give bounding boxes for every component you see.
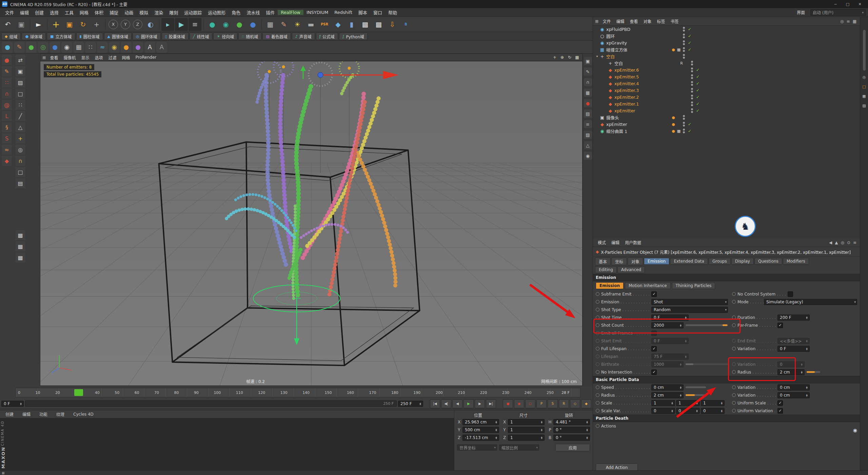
field-button[interactable]: ◆组域 xyxy=(1,33,21,40)
anim-dot[interactable] xyxy=(596,385,599,389)
object-row[interactable]: ◉ xpGravity ✓ xyxy=(593,39,860,46)
enable-check[interactable]: ✓ xyxy=(694,81,701,86)
size-z-field[interactable]: 1 xyxy=(508,435,545,441)
size-x-field[interactable]: 1 xyxy=(508,419,545,425)
sculpt-wave-icon[interactable]: ≈ xyxy=(2,145,12,155)
menu-icon[interactable]: ≡ xyxy=(853,240,856,245)
sculpt-brush-icon[interactable]: ✎ xyxy=(2,66,12,76)
menu-item[interactable]: 文件 xyxy=(2,9,17,16)
sculpt-hand-icon[interactable]: § xyxy=(2,122,12,132)
xp-grid-icon[interactable]: ▦ xyxy=(73,42,84,53)
record-scene-button[interactable]: ● xyxy=(503,399,513,408)
sculpt-sphere-icon[interactable]: ● xyxy=(2,55,12,65)
birthrate-field[interactable]: 1000 xyxy=(651,361,684,367)
play-button[interactable]: ▶ xyxy=(463,399,474,408)
key-pla-button[interactable]: ◆ xyxy=(581,399,591,408)
stepper[interactable] xyxy=(679,386,682,389)
attribute-tab[interactable]: Advanced xyxy=(617,266,645,273)
object-row[interactable]: ▦ 碰撞立方体 ● ▩ ✓ xyxy=(593,46,860,53)
stepper[interactable] xyxy=(671,402,674,404)
key-rotation-button[interactable]: R xyxy=(559,399,569,408)
menu-item[interactable]: Redshift xyxy=(331,10,355,15)
side-mirror-icon[interactable]: ▦ xyxy=(584,89,592,97)
array-icon[interactable]: ▦ xyxy=(264,18,277,31)
duration-field[interactable]: 200 F xyxy=(777,315,810,321)
anim-dot[interactable] xyxy=(732,292,736,296)
side-layers-icon[interactable]: ▤ xyxy=(584,110,592,118)
viewport-menu-item[interactable]: 网格 xyxy=(119,55,133,60)
start-emit-field[interactable]: 0 F xyxy=(651,338,689,344)
timeline-playhead[interactable] xyxy=(74,389,83,396)
model-mode-icon[interactable]: ▣ xyxy=(15,66,25,76)
object-name[interactable]: xpEmitter.1 xyxy=(613,101,679,107)
enable-check[interactable]: ✓ xyxy=(694,95,701,99)
stepper[interactable] xyxy=(679,363,682,366)
grid-icon[interactable]: ▦ xyxy=(861,93,867,99)
font-a-icon[interactable]: A xyxy=(156,42,167,53)
visibility-dots[interactable] xyxy=(682,54,686,59)
enable-check[interactable]: ✓ xyxy=(694,108,701,113)
visibility-dots[interactable] xyxy=(690,68,694,72)
object-row[interactable]: ◉ 细分曲面 1 ● ▩ ✓ xyxy=(593,128,860,134)
attribute-tab[interactable]: 坐标 xyxy=(611,258,627,265)
radius-variation-field[interactable]: 0 cm xyxy=(777,392,810,398)
visibility-dots[interactable] xyxy=(690,101,694,106)
z-axis-lock-icon[interactable]: Z xyxy=(133,20,142,29)
field-button[interactable]: ∷随机域 xyxy=(238,33,261,40)
object-tag[interactable]: ● xyxy=(671,115,676,120)
emission-subtab[interactable]: Motion Inheritance xyxy=(625,282,671,289)
end-emit-field[interactable]: <<多值>> xyxy=(777,338,810,344)
object-name[interactable]: 细分曲面 1 xyxy=(605,128,671,134)
menu-item[interactable]: 窗口 xyxy=(370,9,385,16)
shot-time-field[interactable]: 0 F xyxy=(651,315,689,321)
om-menu-item[interactable]: 文件 xyxy=(600,18,613,24)
menu-item[interactable]: 选择 xyxy=(47,9,62,16)
uniform-scale-checkbox[interactable]: ✓ xyxy=(777,400,783,406)
insydium-b-icon[interactable]: B xyxy=(399,18,412,31)
field-button[interactable]: ▨着色器域 xyxy=(262,33,291,40)
position-y-field[interactable]: 500 cm xyxy=(462,427,499,433)
object-row[interactable]: ◆ xpEmitter.6 ✓ xyxy=(593,66,860,73)
attribute-tab[interactable]: Modifiers xyxy=(783,258,809,265)
menu-item[interactable]: 网格 xyxy=(77,9,92,16)
section-basic-particle-data[interactable]: Basic Particle Data xyxy=(593,376,860,383)
stepper[interactable] xyxy=(695,402,698,404)
visibility-dots[interactable] xyxy=(690,88,694,93)
menu-item[interactable]: 插件 xyxy=(263,9,278,16)
radius-field[interactable]: 2 cm xyxy=(651,392,684,398)
object-row[interactable]: ◆ xpEmitter.4 ✓ xyxy=(593,80,860,87)
visibility-dots[interactable] xyxy=(682,27,686,32)
record-options-button[interactable]: ○ xyxy=(525,399,535,408)
minimize-button[interactable]: ─ xyxy=(829,0,842,8)
stepper[interactable] xyxy=(720,402,723,404)
stepper[interactable] xyxy=(720,410,723,412)
attribute-tab[interactable]: Emission xyxy=(644,258,669,265)
birthrate-variation-field[interactable]: 0 xyxy=(777,361,805,367)
stepper[interactable] xyxy=(805,347,808,350)
font-a-serif-icon[interactable]: A xyxy=(144,42,155,53)
points-mode-icon[interactable]: ∷ xyxy=(15,100,25,110)
side-dot-icon[interactable]: ◉ xyxy=(584,152,592,160)
speed-field[interactable]: 0 cm xyxy=(651,384,684,391)
xp-green-ball-icon[interactable]: ● xyxy=(26,42,37,53)
range-start-field[interactable]: 0 F xyxy=(1,401,24,407)
object-name[interactable]: 空白 xyxy=(605,53,671,60)
side-shade-icon[interactable]: ▨ xyxy=(584,131,592,139)
shot-type-dropdown[interactable]: Random xyxy=(651,307,728,313)
menu-item[interactable]: 动画 xyxy=(121,9,136,16)
psr-icon[interactable]: PSR xyxy=(318,18,331,31)
material-tab[interactable]: 创建 xyxy=(1,411,18,417)
lifespan-variation-field[interactable]: 0 F xyxy=(777,346,810,352)
light-icon[interactable]: ☀ xyxy=(291,18,304,31)
close-button[interactable]: ✕ xyxy=(854,0,866,8)
anim-dot[interactable] xyxy=(596,308,599,311)
stepper[interactable] xyxy=(805,394,808,397)
object-row[interactable]: ◆ xpEmitter.2 ✓ xyxy=(593,94,860,100)
am-menu-item[interactable]: 模式 xyxy=(595,240,609,245)
prev-key-button[interactable]: ◀| xyxy=(441,399,451,408)
object-row[interactable]: ◆ xpEmitter.5 ✓ xyxy=(593,73,860,80)
next-frame-button[interactable]: ▶ xyxy=(475,399,485,408)
range-end-field[interactable]: 250 F xyxy=(398,401,423,407)
menu-item[interactable]: 角色 xyxy=(229,9,243,16)
scale-y-field[interactable]: 1 xyxy=(676,400,700,406)
